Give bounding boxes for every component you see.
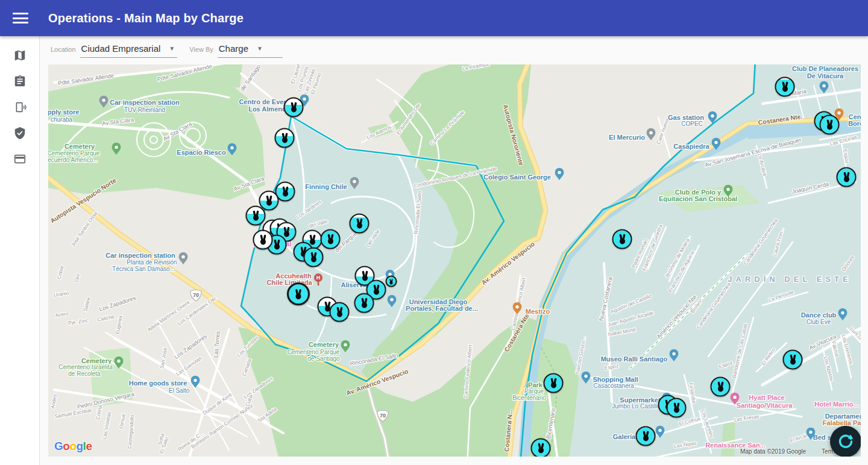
scooter-marker[interactable]: [612, 229, 632, 249]
rabbit-icon: [535, 443, 547, 455]
map-label: Cementerio Parque: [48, 150, 100, 157]
map-label: Bicentenario: [512, 395, 546, 401]
scooter-marker[interactable]: [544, 373, 564, 393]
rabbit-icon: [307, 252, 319, 264]
map-label: de Santiago: [307, 355, 340, 362]
app-header: Operations - Main Map by Charge: [0, 0, 868, 36]
sidebar-item-tasks[interactable]: [0, 68, 40, 94]
map-label: Santiago/Vitacura: [737, 402, 793, 409]
scooter-marker[interactable]: [354, 293, 374, 313]
scooter-marker[interactable]: [275, 128, 295, 148]
rabbit-icon: [288, 102, 300, 114]
rabbit-icon: [250, 210, 262, 222]
rabbit-icon: [359, 270, 371, 282]
map-label: De Vitacura: [807, 72, 844, 80]
map-label: Equitación San Cristóbal: [659, 195, 737, 202]
app-window: Operations - Main Map by Charge Location…: [0, 0, 868, 465]
map-label: El Salto: [169, 387, 190, 394]
device-signal-icon: [13, 101, 27, 114]
scooter-marker[interactable]: [783, 350, 803, 370]
rabbit-icon: [278, 133, 291, 145]
map-label: Car inspection station: [110, 99, 180, 106]
scooter-marker[interactable]: [321, 229, 341, 249]
map-label: TUV Rheinland: [124, 107, 165, 113]
scooter-marker[interactable]: [711, 377, 731, 397]
sidebar-item-security[interactable]: [0, 120, 40, 146]
rabbit-icon: [257, 234, 269, 246]
scooter-marker[interactable]: [304, 248, 324, 267]
rabbit-icon: [670, 402, 682, 414]
map-label: Finning Chile: [305, 183, 347, 190]
map-label: Portales, Facultad de...: [406, 305, 478, 312]
scooter-marker[interactable]: [246, 206, 266, 226]
sidebar-item-billing[interactable]: [0, 146, 40, 172]
refresh-icon: [837, 432, 855, 451]
map-label: Cementerio Israelita: [58, 364, 113, 370]
map-label: Hotel Marrio...: [814, 401, 858, 408]
map-label: Museo Ralli Santiago: [601, 355, 668, 363]
location-select[interactable]: Ciudad Empresarial ▼: [80, 43, 178, 58]
map-label: Cemetery: [64, 143, 95, 150]
google-logo-letter: e: [86, 440, 92, 452]
map-label: pply store: [48, 108, 79, 116]
map-label: churaba: [51, 116, 73, 123]
scooter-marker[interactable]: [820, 115, 840, 135]
map-label: Club De Planeadores: [792, 65, 858, 72]
scooter-marker[interactable]: [330, 302, 350, 322]
sidebar-item-map[interactable]: [0, 42, 40, 68]
svg-text:70: 70: [380, 413, 386, 419]
map-label: Mestizo: [526, 308, 550, 315]
google-logo-letter: G: [54, 440, 63, 452]
map-label: Cemetery: [309, 341, 339, 348]
chevron-down-icon: ▼: [169, 45, 175, 52]
map-label: Dance club: [801, 311, 837, 319]
hamburger-menu-icon[interactable]: [13, 13, 28, 23]
scooter-marker[interactable]: [386, 276, 397, 287]
map-label: Hyatt Place: [749, 394, 784, 401]
refresh-button[interactable]: [830, 426, 861, 457]
map-icon: [13, 49, 27, 62]
scooter-marker[interactable]: [253, 230, 273, 250]
credit-card-icon: [13, 152, 27, 166]
rabbit-icon: [640, 431, 652, 443]
scooter-marker[interactable]: [287, 282, 310, 305]
rabbit-icon: [292, 289, 304, 301]
map-label: Home goods store: [129, 379, 187, 387]
scooter-marker[interactable]: [775, 77, 795, 97]
page-title: Operations - Main Map by Charge: [48, 11, 244, 25]
viewby-select[interactable]: Charge ▼: [218, 43, 283, 58]
scooter-marker[interactable]: [837, 167, 857, 187]
rabbit-icon: [263, 195, 275, 207]
svg-text:70: 70: [193, 292, 199, 298]
google-logo-letter: g: [77, 440, 83, 452]
rabbit-icon: [324, 234, 336, 246]
rabbit-icon: [279, 186, 291, 198]
scooter-marker[interactable]: [284, 98, 304, 117]
map-label: Falabella Par...: [823, 419, 861, 426]
map-canvas[interactable]: Pdte Salvador AllendePdte Salvador Allen…: [48, 64, 861, 457]
viewby-label: View By: [189, 46, 213, 53]
location-label: Location: [51, 46, 76, 53]
map-label: Jumbo Lo Castillo: [612, 403, 660, 410]
map-label: Planta de Revisión: [127, 259, 177, 266]
map-label: Técnica San Dámaso...: [112, 266, 175, 272]
map-label: el Recuerdo Américo...: [48, 157, 98, 163]
rabbit-icon: [358, 298, 370, 310]
shield-check-icon: [13, 126, 27, 140]
scooter-marker[interactable]: [531, 438, 551, 457]
rabbit-icon: [547, 378, 559, 390]
map-label: Car inspection station: [105, 252, 175, 259]
rabbit-icon: [823, 119, 835, 131]
map-data-credit: Map data ©2019 Google: [740, 448, 806, 455]
google-logo-letter: o: [69, 440, 76, 452]
google-logo-letter: o: [63, 440, 69, 452]
scooter-marker[interactable]: [636, 426, 656, 446]
sidebar-item-devices[interactable]: [0, 94, 40, 120]
map-label: Casacostanera: [593, 382, 634, 389]
clipboard-icon: [13, 75, 27, 88]
svg-text:H: H: [316, 275, 321, 281]
scooter-marker[interactable]: [667, 398, 687, 418]
rabbit-icon: [616, 234, 628, 246]
scooter-marker[interactable]: [350, 214, 370, 234]
google-logo[interactable]: Google: [54, 440, 92, 453]
